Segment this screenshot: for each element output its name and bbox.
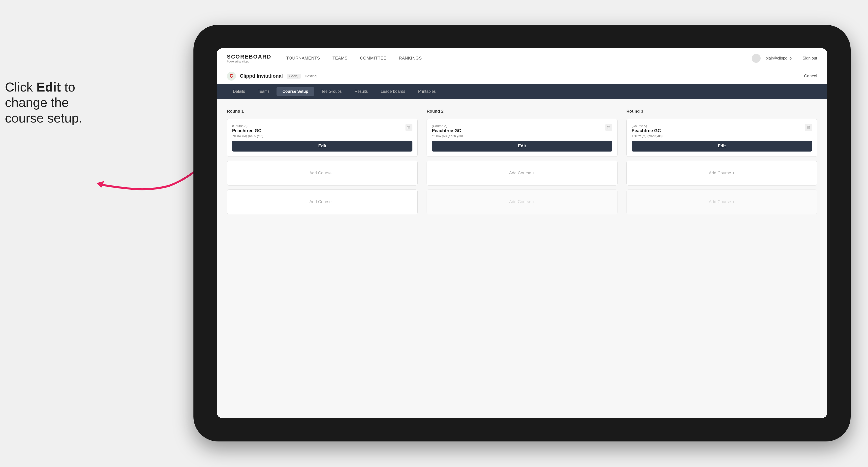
rounds-grid: Round 1 (Course A) Peachtree GC Yellow (…	[227, 109, 817, 214]
user-email: blair@clippd.io	[766, 56, 792, 61]
svg-marker-0	[97, 181, 104, 188]
delete-course-1-button[interactable]: 🗑	[405, 124, 412, 131]
tablet-screen: SCOREBOARD Powered by clippd TOURNAMENTS…	[217, 49, 827, 418]
edit-course-3-button[interactable]: Edit	[632, 141, 812, 152]
course-info-1: (Course A) Peachtree GC Yellow (M) (6629…	[232, 124, 263, 138]
logo-sub: Powered by clippd	[227, 60, 271, 63]
round-1-course-card: (Course A) Peachtree GC Yellow (M) (6629…	[227, 119, 417, 157]
top-nav: SCOREBOARD Powered by clippd TOURNAMENTS…	[217, 49, 827, 68]
tab-tee-groups[interactable]: Tee Groups	[315, 87, 348, 96]
scoreboard-logo: SCOREBOARD Powered by clippd	[227, 54, 271, 63]
delete-course-2-button[interactable]: 🗑	[606, 124, 612, 131]
sign-out-link[interactable]: Sign out	[803, 56, 817, 61]
add-course-1a-label: Add Course +	[309, 170, 335, 176]
logo-main: SCOREBOARD	[227, 54, 271, 60]
instruction-text: Click Edit to change the course setup.	[5, 80, 109, 126]
tablet-frame: SCOREBOARD Powered by clippd TOURNAMENTS…	[193, 25, 850, 441]
add-course-3b-label: Add Course +	[709, 199, 735, 205]
round-3-column: Round 3 (Course A) Peachtree GC Yellow (…	[626, 109, 817, 214]
add-course-3b-button: Add Course +	[626, 189, 817, 214]
add-course-2a-button[interactable]: Add Course +	[427, 161, 617, 186]
round-2-label: Round 2	[427, 109, 617, 114]
add-course-3a-button[interactable]: Add Course +	[626, 161, 817, 186]
main-content: Round 1 (Course A) Peachtree GC Yellow (…	[217, 99, 827, 418]
course-card-header-1: (Course A) Peachtree GC Yellow (M) (6629…	[232, 124, 412, 138]
sub-header: C Clippd Invitational (Men) Hosting Canc…	[217, 68, 827, 84]
nav-separator: |	[797, 56, 798, 61]
round-3-label: Round 3	[626, 109, 817, 114]
course-tag-2: (Course A)	[432, 124, 463, 128]
nav-rankings[interactable]: RANKINGS	[399, 56, 422, 61]
course-info-3: (Course A) Peachtree GC Yellow (M) (6629…	[632, 124, 663, 138]
tab-results[interactable]: Results	[349, 87, 374, 96]
clippd-logo: C	[227, 72, 236, 81]
round-2-course-card: (Course A) Peachtree GC Yellow (M) (6629…	[427, 119, 617, 157]
course-name-1: Peachtree GC	[232, 128, 263, 133]
hosting-badge: Hosting	[305, 74, 316, 78]
round-1-label: Round 1	[227, 109, 417, 114]
tab-teams[interactable]: Teams	[252, 87, 276, 96]
add-course-3a-label: Add Course +	[709, 170, 735, 176]
tab-printables[interactable]: Printables	[412, 87, 442, 96]
round-3-course-card: (Course A) Peachtree GC Yellow (M) (6629…	[626, 119, 817, 157]
course-name-2: Peachtree GC	[432, 128, 463, 133]
tab-course-setup[interactable]: Course Setup	[277, 87, 314, 96]
tab-details[interactable]: Details	[227, 87, 251, 96]
edit-bold: Edit	[36, 80, 61, 94]
round-1-column: Round 1 (Course A) Peachtree GC Yellow (…	[227, 109, 417, 214]
add-course-2b-button: Add Course +	[427, 189, 617, 214]
cancel-button[interactable]: Cancel	[804, 74, 817, 79]
edit-course-2-button[interactable]: Edit	[432, 141, 612, 152]
course-tag-3: (Course A)	[632, 124, 663, 128]
add-course-1b-button[interactable]: Add Course +	[227, 189, 417, 214]
tournament-title: Clippd Invitational	[240, 73, 283, 79]
course-info-2: (Course A) Peachtree GC Yellow (M) (6629…	[432, 124, 463, 138]
course-name-3: Peachtree GC	[632, 128, 663, 133]
nav-tournaments[interactable]: TOURNAMENTS	[286, 56, 320, 61]
gender-badge: (Men)	[287, 74, 301, 79]
course-details-1: Yellow (M) (6629 yds)	[232, 134, 263, 138]
add-course-2a-label: Add Course +	[509, 170, 535, 176]
add-course-1a-button[interactable]: Add Course +	[227, 161, 417, 186]
delete-course-3-button[interactable]: 🗑	[805, 124, 812, 131]
add-course-1b-label: Add Course +	[309, 199, 335, 205]
tab-leaderboards[interactable]: Leaderboards	[375, 87, 411, 96]
course-card-header-2: (Course A) Peachtree GC Yellow (M) (6629…	[432, 124, 612, 138]
tabs-bar: Details Teams Course Setup Tee Groups Re…	[217, 84, 827, 99]
sub-header-left: C Clippd Invitational (Men) Hosting	[227, 72, 804, 81]
edit-course-1-button[interactable]: Edit	[232, 141, 412, 152]
user-avatar	[752, 54, 761, 63]
nav-teams[interactable]: TEAMS	[332, 56, 347, 61]
course-tag-1: (Course A)	[232, 124, 263, 128]
nav-committee[interactable]: COMMITTEE	[360, 56, 386, 61]
nav-right: blair@clippd.io | Sign out	[752, 54, 817, 63]
add-course-2b-label: Add Course +	[509, 199, 535, 205]
nav-links: TOURNAMENTS TEAMS COMMITTEE RANKINGS	[286, 56, 752, 61]
course-details-2: Yellow (M) (6629 yds)	[432, 134, 463, 138]
course-card-header-3: (Course A) Peachtree GC Yellow (M) (6629…	[632, 124, 812, 138]
round-2-column: Round 2 (Course A) Peachtree GC Yellow (…	[427, 109, 617, 214]
course-details-3: Yellow (M) (6629 yds)	[632, 134, 663, 138]
